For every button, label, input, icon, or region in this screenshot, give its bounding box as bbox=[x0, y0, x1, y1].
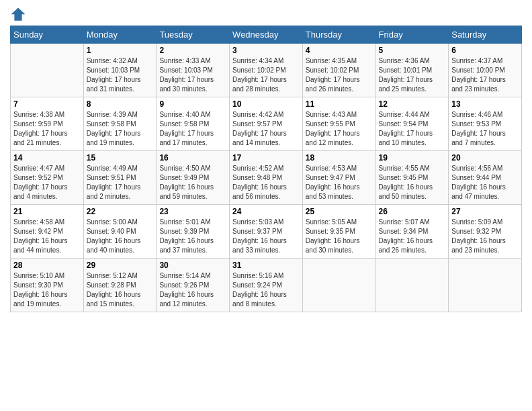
calendar-cell: 9Sunrise: 4:40 AMSunset: 9:58 PMDaylight… bbox=[157, 97, 230, 151]
day-of-week-header: Wednesday bbox=[230, 26, 303, 44]
calendar-cell: 24Sunrise: 5:03 AMSunset: 9:37 PMDayligh… bbox=[230, 205, 303, 259]
day-info: Sunrise: 5:00 AMSunset: 9:40 PMDaylight:… bbox=[87, 218, 154, 255]
day-info: Sunrise: 5:09 AMSunset: 9:32 PMDaylight:… bbox=[451, 218, 519, 255]
day-of-week-header: Friday bbox=[375, 26, 449, 44]
day-info: Sunrise: 4:49 AMSunset: 9:51 PMDaylight:… bbox=[87, 164, 154, 201]
day-info: Sunrise: 4:38 AMSunset: 9:59 PMDaylight:… bbox=[13, 110, 81, 148]
calendar-week-row: 14Sunrise: 4:47 AMSunset: 9:52 PMDayligh… bbox=[11, 151, 522, 205]
day-number: 21 bbox=[13, 207, 81, 216]
day-info: Sunrise: 4:53 AMSunset: 9:47 PMDaylight:… bbox=[306, 164, 373, 201]
calendar-cell: 6Sunrise: 4:37 AMSunset: 10:00 PMDayligh… bbox=[449, 44, 522, 97]
day-info: Sunrise: 4:42 AMSunset: 9:57 PMDaylight:… bbox=[232, 110, 300, 148]
day-info: Sunrise: 4:35 AMSunset: 10:02 PMDaylight… bbox=[306, 56, 373, 94]
day-number: 25 bbox=[306, 207, 373, 216]
day-number: 22 bbox=[87, 207, 154, 216]
day-number: 24 bbox=[232, 207, 300, 216]
day-info: Sunrise: 4:50 AMSunset: 9:49 PMDaylight:… bbox=[159, 164, 226, 201]
calendar-cell bbox=[302, 259, 375, 312]
day-info: Sunrise: 4:52 AMSunset: 9:48 PMDaylight:… bbox=[232, 164, 300, 201]
day-info: Sunrise: 4:44 AMSunset: 9:54 PMDaylight:… bbox=[379, 110, 446, 148]
day-info: Sunrise: 5:05 AMSunset: 9:35 PMDaylight:… bbox=[306, 218, 373, 255]
calendar-week-row: 1Sunrise: 4:32 AMSunset: 10:03 PMDayligh… bbox=[11, 44, 522, 97]
calendar-cell: 14Sunrise: 4:47 AMSunset: 9:52 PMDayligh… bbox=[11, 151, 84, 205]
calendar-cell: 4Sunrise: 4:35 AMSunset: 10:02 PMDayligh… bbox=[302, 44, 375, 97]
calendar-cell: 23Sunrise: 5:01 AMSunset: 9:39 PMDayligh… bbox=[157, 205, 230, 259]
day-number: 17 bbox=[232, 153, 300, 163]
calendar-cell: 28Sunrise: 5:10 AMSunset: 9:30 PMDayligh… bbox=[11, 259, 84, 312]
day-number: 7 bbox=[13, 99, 81, 109]
calendar-cell: 5Sunrise: 4:36 AMSunset: 10:01 PMDayligh… bbox=[375, 44, 449, 97]
calendar-cell bbox=[449, 259, 522, 312]
day-info: Sunrise: 5:12 AMSunset: 9:28 PMDaylight:… bbox=[87, 271, 154, 309]
day-info: Sunrise: 4:36 AMSunset: 10:01 PMDaylight… bbox=[379, 56, 446, 94]
day-number: 16 bbox=[159, 153, 226, 163]
calendar-week-row: 28Sunrise: 5:10 AMSunset: 9:30 PMDayligh… bbox=[11, 259, 522, 312]
day-number: 13 bbox=[451, 99, 519, 109]
day-number: 12 bbox=[379, 99, 446, 109]
day-number: 1 bbox=[87, 46, 154, 55]
day-of-week-header: Saturday bbox=[449, 26, 522, 44]
calendar-cell bbox=[375, 259, 449, 312]
day-info: Sunrise: 5:16 AMSunset: 9:24 PMDaylight:… bbox=[232, 271, 300, 309]
day-number: 18 bbox=[306, 153, 373, 163]
day-info: Sunrise: 4:40 AMSunset: 9:58 PMDaylight:… bbox=[159, 110, 226, 148]
day-info: Sunrise: 4:55 AMSunset: 9:45 PMDaylight:… bbox=[379, 164, 446, 201]
calendar-header-row: SundayMondayTuesdayWednesdayThursdayFrid… bbox=[11, 26, 522, 44]
calendar-cell: 31Sunrise: 5:16 AMSunset: 9:24 PMDayligh… bbox=[230, 259, 303, 312]
calendar-cell: 22Sunrise: 5:00 AMSunset: 9:40 PMDayligh… bbox=[83, 205, 157, 259]
day-info: Sunrise: 4:39 AMSunset: 9:58 PMDaylight:… bbox=[87, 110, 154, 148]
day-number: 26 bbox=[379, 207, 446, 216]
logo-icon bbox=[10, 7, 26, 23]
calendar-cell: 8Sunrise: 4:39 AMSunset: 9:58 PMDaylight… bbox=[83, 97, 157, 151]
calendar-cell: 10Sunrise: 4:42 AMSunset: 9:57 PMDayligh… bbox=[230, 97, 303, 151]
day-of-week-header: Sunday bbox=[11, 26, 84, 44]
calendar-cell: 27Sunrise: 5:09 AMSunset: 9:32 PMDayligh… bbox=[449, 205, 522, 259]
calendar-cell: 18Sunrise: 4:53 AMSunset: 9:47 PMDayligh… bbox=[302, 151, 375, 205]
calendar-week-row: 7Sunrise: 4:38 AMSunset: 9:59 PMDaylight… bbox=[11, 97, 522, 151]
day-number: 6 bbox=[451, 46, 519, 55]
day-number: 11 bbox=[306, 99, 373, 109]
day-number: 4 bbox=[306, 46, 373, 55]
svg-marker-0 bbox=[11, 8, 26, 21]
calendar-cell: 21Sunrise: 4:58 AMSunset: 9:42 PMDayligh… bbox=[11, 205, 84, 259]
day-of-week-header: Monday bbox=[83, 26, 157, 44]
day-info: Sunrise: 5:03 AMSunset: 9:37 PMDaylight:… bbox=[232, 218, 300, 255]
day-number: 14 bbox=[13, 153, 81, 163]
calendar-cell: 12Sunrise: 4:44 AMSunset: 9:54 PMDayligh… bbox=[375, 97, 449, 151]
day-number: 10 bbox=[232, 99, 300, 109]
day-of-week-header: Tuesday bbox=[157, 26, 230, 44]
calendar-cell: 1Sunrise: 4:32 AMSunset: 10:03 PMDayligh… bbox=[83, 44, 157, 97]
day-number: 8 bbox=[87, 99, 154, 109]
day-info: Sunrise: 4:37 AMSunset: 10:00 PMDaylight… bbox=[451, 56, 519, 94]
calendar-cell: 3Sunrise: 4:34 AMSunset: 10:02 PMDayligh… bbox=[230, 44, 303, 97]
day-info: Sunrise: 4:32 AMSunset: 10:03 PMDaylight… bbox=[87, 56, 154, 94]
day-number: 19 bbox=[379, 153, 446, 163]
calendar-cell: 7Sunrise: 4:38 AMSunset: 9:59 PMDaylight… bbox=[11, 97, 84, 151]
day-number: 29 bbox=[87, 261, 154, 270]
day-info: Sunrise: 5:14 AMSunset: 9:26 PMDaylight:… bbox=[159, 271, 226, 309]
calendar-cell: 26Sunrise: 5:07 AMSunset: 9:34 PMDayligh… bbox=[375, 205, 449, 259]
day-number: 23 bbox=[159, 207, 226, 216]
day-number: 30 bbox=[159, 261, 226, 270]
calendar-cell: 25Sunrise: 5:05 AMSunset: 9:35 PMDayligh… bbox=[302, 205, 375, 259]
day-info: Sunrise: 5:10 AMSunset: 9:30 PMDaylight:… bbox=[13, 271, 81, 309]
calendar-cell: 2Sunrise: 4:33 AMSunset: 10:03 PMDayligh… bbox=[157, 44, 230, 97]
day-info: Sunrise: 4:47 AMSunset: 9:52 PMDaylight:… bbox=[13, 164, 81, 201]
day-info: Sunrise: 4:56 AMSunset: 9:44 PMDaylight:… bbox=[451, 164, 519, 201]
calendar-cell: 15Sunrise: 4:49 AMSunset: 9:51 PMDayligh… bbox=[83, 151, 157, 205]
day-info: Sunrise: 4:58 AMSunset: 9:42 PMDaylight:… bbox=[13, 218, 81, 255]
calendar-cell: 30Sunrise: 5:14 AMSunset: 9:26 PMDayligh… bbox=[157, 259, 230, 312]
page-header bbox=[10, 7, 522, 23]
day-number: 31 bbox=[232, 261, 300, 270]
day-number: 20 bbox=[451, 153, 519, 163]
day-number: 15 bbox=[87, 153, 154, 163]
day-of-week-header: Thursday bbox=[302, 26, 375, 44]
day-info: Sunrise: 4:46 AMSunset: 9:53 PMDaylight:… bbox=[451, 110, 519, 148]
day-info: Sunrise: 5:01 AMSunset: 9:39 PMDaylight:… bbox=[159, 218, 226, 255]
day-number: 5 bbox=[379, 46, 446, 55]
calendar-cell: 19Sunrise: 4:55 AMSunset: 9:45 PMDayligh… bbox=[375, 151, 449, 205]
calendar-cell: 13Sunrise: 4:46 AMSunset: 9:53 PMDayligh… bbox=[449, 97, 522, 151]
calendar-cell bbox=[11, 44, 84, 97]
calendar-table: SundayMondayTuesdayWednesdayThursdayFrid… bbox=[10, 26, 522, 312]
calendar-week-row: 21Sunrise: 4:58 AMSunset: 9:42 PMDayligh… bbox=[11, 205, 522, 259]
